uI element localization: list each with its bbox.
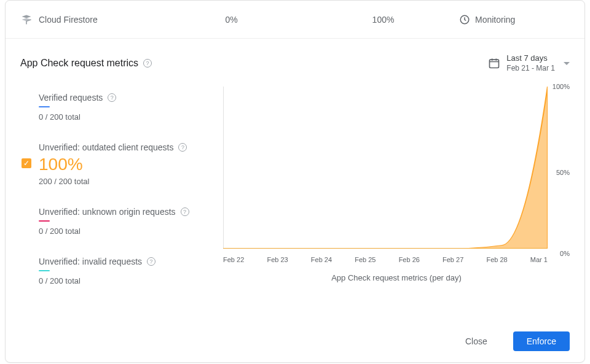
metric-totals: 0 / 200 total: [39, 112, 217, 122]
metric-label: Verified requests?: [39, 93, 217, 103]
metric-invalid[interactable]: Unverified: invalid requests?0 / 200 tot…: [39, 248, 217, 298]
date-range-sub: Feb 21 - Mar 1: [506, 64, 555, 74]
metric-totals: 0 / 200 total: [39, 227, 217, 236]
x-tick: Feb 25: [355, 256, 376, 263]
date-range-picker[interactable]: Last 7 days Feb 21 - Mar 1: [488, 53, 570, 73]
metric-label: Unverified: outdated client requests?: [39, 142, 217, 152]
y-tick-1: 50%: [556, 169, 570, 176]
metric-label-text: Unverified: unknown origin requests: [39, 207, 176, 217]
date-range-texts: Last 7 days Feb 21 - Mar 1: [506, 53, 555, 73]
help-icon[interactable]: ?: [147, 257, 155, 266]
metric-percent: 100%: [39, 155, 217, 174]
metric-totals: 200 / 200 total: [39, 177, 217, 186]
chevron-down-icon: [564, 62, 570, 65]
metric-label-text: Verified requests: [39, 93, 103, 103]
enforce-button[interactable]: Enforce: [513, 331, 570, 351]
x-axis-labels: Feb 22Feb 23Feb 24Feb 25Feb 26Feb 27Feb …: [223, 256, 548, 263]
section-header: App Check request metrics ? Last 7 days …: [6, 39, 584, 78]
chart-area: 100% 50% 0% Feb 22Feb 23Feb 24Feb 25Feb …: [223, 84, 570, 322]
x-tick: Feb 23: [267, 256, 288, 263]
x-tick: Feb 24: [311, 256, 332, 263]
product-name: Cloud Firestore: [39, 15, 98, 25]
y-tick-2: 0%: [560, 250, 570, 258]
page-title: App Check request metrics ?: [20, 58, 152, 69]
calendar-icon: [488, 57, 500, 69]
metric-outdated[interactable]: ✓Unverified: outdated client requests?10…: [39, 134, 217, 198]
monitoring-label: Monitoring: [475, 15, 515, 25]
topbar-col-2: 100%: [307, 15, 459, 25]
svg-rect-1: [490, 60, 499, 68]
metric-label-text: Unverified: outdated client requests: [39, 142, 173, 152]
help-icon[interactable]: ?: [143, 59, 152, 68]
product-column: Cloud Firestore: [20, 14, 155, 26]
help-icon[interactable]: ?: [178, 143, 187, 152]
color-swatch: [39, 270, 50, 271]
topbar: Cloud Firestore 0% 100% Monitoring: [6, 1, 584, 39]
color-swatch: [39, 220, 50, 222]
metric-label-text: Unverified: invalid requests: [39, 257, 142, 266]
date-range-label: Last 7 days: [506, 53, 555, 64]
x-tick: Mar 1: [530, 256, 548, 263]
metric-unknown[interactable]: Unverified: unknown origin requests?0 / …: [39, 198, 217, 248]
chart-box: 100% 50% 0% Feb 22Feb 23Feb 24Feb 25Feb …: [223, 87, 570, 258]
metric-verified[interactable]: Verified requests?0 / 200 total: [39, 84, 217, 134]
metric-totals: 0 / 200 total: [39, 276, 217, 285]
metric-label: Unverified: invalid requests?: [39, 257, 217, 266]
x-tick: Feb 26: [399, 256, 420, 263]
color-swatch: [39, 106, 50, 107]
firestore-icon: [20, 14, 33, 26]
clock-icon: [459, 14, 470, 25]
metric-label: Unverified: unknown origin requests?: [39, 207, 217, 217]
x-tick: Feb 28: [486, 256, 507, 263]
dialog-card: Cloud Firestore 0% 100% Monitoring App C…: [5, 0, 585, 363]
chart-caption: App Check request metrics (per day): [223, 273, 570, 282]
metrics-list: Verified requests?0 / 200 total✓Unverifi…: [20, 84, 217, 322]
close-button[interactable]: Close: [452, 331, 501, 351]
chart-svg: [223, 87, 548, 249]
topbar-col-1: 0%: [155, 15, 307, 25]
help-icon[interactable]: ?: [108, 93, 116, 102]
help-icon[interactable]: ?: [181, 207, 189, 216]
x-tick: Feb 27: [442, 256, 463, 263]
y-tick-0: 100%: [553, 83, 570, 90]
x-tick: Feb 22: [223, 256, 244, 263]
dialog-footer: Close Enforce: [6, 322, 584, 362]
monitoring-column: Monitoring: [459, 14, 570, 25]
page-title-text: App Check request metrics: [20, 58, 138, 69]
checkbox-icon[interactable]: ✓: [22, 158, 31, 168]
content-row: Verified requests?0 / 200 total✓Unverifi…: [6, 78, 584, 322]
